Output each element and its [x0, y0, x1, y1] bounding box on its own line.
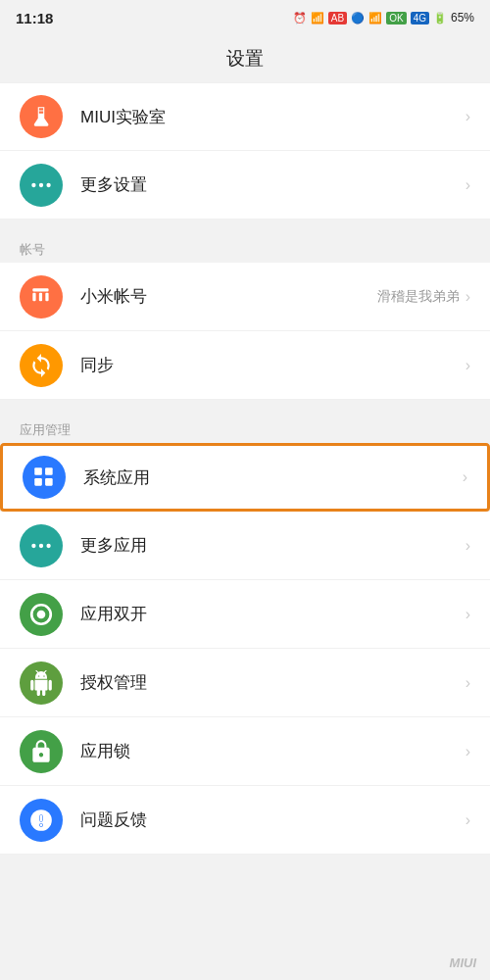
app-lock-label: 应用锁 [80, 740, 466, 762]
sync-icon-circle [20, 344, 63, 387]
miui-lab-chevron: › [466, 108, 470, 125]
dual-apps-label: 应用双开 [80, 603, 466, 625]
settings-item-miui-lab[interactable]: MIUI实验室 › [0, 82, 490, 151]
settings-item-system-apps[interactable]: 系统应用 › [0, 443, 490, 512]
svg-point-0 [31, 182, 35, 186]
ab-icon: AB [328, 12, 347, 24]
feedback-label: 问题反馈 [80, 808, 466, 831]
system-apps-label: 系统应用 [83, 466, 463, 489]
app-mgmt-section-label: 应用管理 [0, 412, 490, 443]
mi-account-label: 小米帐号 [80, 285, 377, 308]
settings-list: MIUI实验室 › 更多设置 › 帐号 小米帐号 滑稽是我弟弟 › [0, 82, 490, 855]
more-settings-chevron: › [466, 176, 470, 194]
sync-label: 同步 [80, 354, 466, 376]
flask-icon [28, 104, 54, 129]
section-account: 帐号 小米帐号 滑稽是我弟弟 › 同步 › [0, 231, 490, 400]
system-apps-icon-circle [23, 456, 66, 499]
battery-percent: 65% [451, 11, 474, 24]
miui-lab-icon-circle [20, 95, 63, 138]
status-icons: ⏰ 📶 AB 🔵 📶 OK 4G 🔋 65% [293, 11, 474, 24]
android-icon [28, 670, 54, 696]
svg-point-15 [37, 610, 46, 618]
settings-item-dual-apps[interactable]: 应用双开 › [0, 580, 490, 649]
svg-rect-4 [39, 292, 42, 301]
dual-apps-chevron: › [466, 606, 470, 623]
settings-item-more-settings[interactable]: 更多设置 › [0, 151, 490, 220]
svg-point-13 [46, 543, 50, 547]
section-app-mgmt: 应用管理 系统应用 › 更多应用 › [0, 412, 490, 855]
miui-watermark: MIUI [450, 956, 476, 970]
settings-item-sync[interactable]: 同步 › [0, 331, 490, 400]
settings-item-app-lock[interactable]: 应用锁 › [0, 717, 490, 786]
permission-icon-circle [20, 662, 63, 705]
more-apps-dots-icon [28, 533, 54, 559]
more-apps-chevron: › [466, 537, 470, 555]
page-title: 设置 [226, 46, 264, 72]
more-apps-icon-circle [20, 524, 63, 567]
4g-icon: 4G [411, 12, 429, 24]
settings-item-more-apps[interactable]: 更多应用 › [0, 512, 490, 580]
permission-mgmt-label: 授权管理 [80, 671, 466, 694]
permission-chevron: › [466, 674, 470, 692]
svg-point-12 [39, 543, 43, 547]
system-apps-chevron: › [463, 468, 467, 486]
svg-point-2 [46, 182, 50, 186]
feedback-icon-circle [20, 799, 63, 842]
app-lock-chevron: › [466, 743, 470, 760]
more-settings-label: 更多设置 [80, 173, 466, 196]
svg-point-11 [31, 543, 35, 547]
mi-account-icon-circle [20, 275, 63, 318]
svg-point-1 [39, 182, 43, 186]
signal-icon: 📶 [311, 12, 324, 24]
signal2-icon: 📶 [368, 12, 382, 24]
dual-apps-icon-circle [20, 593, 63, 636]
ok-icon: OK [386, 12, 406, 24]
svg-rect-6 [32, 288, 48, 291]
settings-item-mi-account[interactable]: 小米帐号 滑稽是我弟弟 › [0, 263, 490, 331]
mi-account-value: 滑稽是我弟弟 [377, 288, 460, 306]
alarm-icon: ⏰ [293, 12, 307, 24]
miui-lab-label: MIUI实验室 [80, 106, 466, 128]
more-settings-icon-circle [20, 164, 63, 207]
mi-account-chevron: › [466, 288, 470, 306]
svg-point-19 [40, 823, 43, 826]
settings-item-feedback[interactable]: 问题反馈 › [0, 786, 490, 855]
battery-icon: 🔋 [433, 12, 447, 24]
grid-icon [31, 465, 57, 490]
exclamation-icon [28, 808, 54, 833]
more-apps-label: 更多应用 [80, 534, 466, 557]
gap-1 [0, 220, 490, 231]
bluetooth-icon: 🔵 [351, 12, 365, 24]
svg-rect-9 [34, 478, 42, 486]
mi-icon [28, 284, 54, 310]
circle-dot-icon [28, 602, 54, 627]
section-main: MIUI实验室 › 更多设置 › [0, 82, 490, 220]
svg-rect-7 [34, 467, 42, 475]
settings-item-permission-mgmt[interactable]: 授权管理 › [0, 649, 490, 717]
sync-chevron: › [466, 357, 470, 374]
gap-2 [0, 400, 490, 412]
feedback-chevron: › [466, 811, 470, 829]
sync-icon [28, 353, 54, 378]
svg-rect-10 [45, 478, 53, 486]
app-lock-icon-circle [20, 730, 63, 773]
status-bar: 11:18 ⏰ 📶 AB 🔵 📶 OK 4G 🔋 65% [0, 0, 490, 35]
svg-rect-5 [45, 292, 48, 301]
account-section-label: 帐号 [0, 231, 490, 263]
status-time: 11:18 [16, 10, 53, 26]
page-title-bar: 设置 [0, 35, 490, 82]
dots-icon [28, 172, 54, 198]
svg-rect-8 [45, 467, 53, 475]
lock-icon [28, 739, 54, 764]
svg-rect-3 [32, 292, 35, 301]
